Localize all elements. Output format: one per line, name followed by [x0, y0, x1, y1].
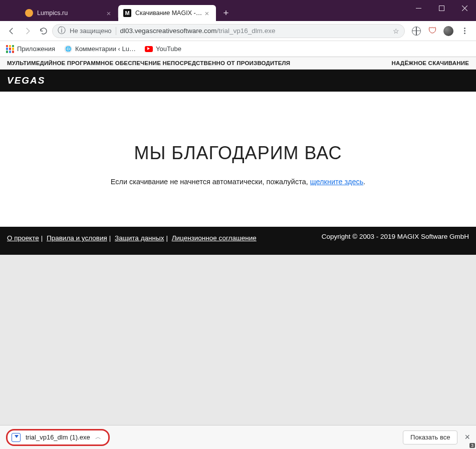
apps-icon	[6, 45, 14, 53]
close-window-button[interactable]	[453, 0, 476, 16]
url-text: dl03.vegascreativesoftware.com/trial_vp1…	[120, 27, 389, 35]
bookmark-label: YouTube	[156, 45, 181, 53]
site-info-button[interactable]: ⓘ	[58, 26, 66, 36]
download-shelf-right: Показать все ×	[403, 430, 470, 444]
period: .	[363, 178, 365, 186]
profile-avatar[interactable]	[441, 24, 456, 39]
favicon-icon	[25, 9, 33, 17]
page-main: МЫ БЛАГОДАРИМ ВАС Если скачивание не нач…	[0, 92, 476, 227]
subtext: Если скачивание не начнется автоматическ…	[111, 178, 310, 186]
apps-label: Приложения	[17, 45, 55, 53]
tab-label: Скачивание MAGIX - Мы благо…	[135, 10, 203, 17]
page-spacer	[0, 255, 476, 425]
close-shelf-icon[interactable]: ×	[464, 432, 470, 442]
titlebar: Lumpics.ru × M Скачивание MAGIX - Мы бла…	[0, 0, 476, 21]
forward-button[interactable]	[20, 24, 35, 39]
footer-link-about[interactable]: О проекте	[7, 234, 39, 242]
minimize-button[interactable]	[407, 0, 430, 16]
favicon-icon: M	[123, 9, 131, 17]
svg-rect-0	[416, 8, 421, 9]
click-here-link[interactable]: щелкните здесь	[310, 178, 364, 186]
page-viewport: МУЛЬТИМЕДИЙНОЕ ПРОГРАММНОЕ ОБЕСПЕЧЕНИЕ Н…	[0, 57, 476, 425]
maximize-button[interactable]	[430, 0, 453, 16]
download-item[interactable]: trial_vp16_dlm (1).exe ︿	[6, 429, 110, 446]
window-controls	[407, 0, 476, 16]
browser-window: Lumpics.ru × M Скачивание MAGIX - Мы бла…	[0, 0, 476, 449]
footer-link-terms[interactable]: Правила и условия	[47, 234, 107, 242]
youtube-icon	[145, 46, 153, 52]
toolbar: ⓘ Не защищено dl03.vegascreativesoftware…	[0, 21, 476, 41]
page-subtext: Если скачивание не начнется автоматическ…	[111, 178, 366, 186]
close-icon[interactable]: ×	[105, 9, 113, 18]
apps-button[interactable]: Приложения	[6, 45, 55, 53]
reload-button[interactable]	[36, 24, 51, 39]
bookmarks-bar: Приложения 🌐 Комментарии ‹ Lu… YouTube	[0, 41, 476, 57]
back-button[interactable]	[4, 24, 19, 39]
address-bar[interactable]: ⓘ Не защищено dl03.vegascreativesoftware…	[52, 24, 405, 38]
close-icon[interactable]: ×	[203, 9, 211, 18]
brand-bar: VEGAS	[0, 70, 476, 92]
globe-icon: 🌐	[64, 45, 72, 53]
extension-badge: 3	[469, 443, 475, 448]
download-filename: trial_vp16_dlm (1).exe	[26, 433, 90, 441]
bookmark-star-icon[interactable]: ☆	[393, 27, 399, 35]
url-host: dl03.vegascreativesoftware.com	[120, 27, 217, 35]
copyright-text: Copyright © 2003 - 2019 MAGIX Software G…	[322, 233, 469, 240]
svg-rect-1	[439, 6, 444, 11]
chevron-up-icon[interactable]: ︿	[95, 433, 101, 441]
bookmark-youtube[interactable]: YouTube	[145, 45, 181, 53]
download-file-icon	[12, 433, 21, 442]
brand-logo: VEGAS	[7, 75, 46, 86]
page-footer: О проекте| Правила и условия| Защита дан…	[0, 227, 476, 255]
strip-left-text: МУЛЬТИМЕДИЙНОЕ ПРОГРАММНОЕ ОБЕСПЕЧЕНИЕ Н…	[7, 60, 290, 66]
page-top-strip: МУЛЬТИМЕДИЙНОЕ ПРОГРАММНОЕ ОБЕСПЕЧЕНИЕ Н…	[0, 57, 476, 70]
translate-extension-icon[interactable]	[409, 24, 424, 39]
tab-magix[interactable]: M Скачивание MAGIX - Мы благо… ×	[118, 5, 216, 21]
tab-lumpics[interactable]: Lumpics.ru ×	[20, 5, 118, 21]
toolbar-right: 🛡 3	[409, 24, 472, 39]
menu-button[interactable]	[457, 24, 472, 39]
new-tab-button[interactable]: +	[219, 6, 233, 20]
security-label: Не защищено	[70, 27, 112, 35]
tab-strip: Lumpics.ru × M Скачивание MAGIX - Мы бла…	[20, 5, 233, 21]
footer-link-license[interactable]: Лицензионное соглашение	[172, 234, 257, 242]
footer-link-privacy[interactable]: Защита данных	[115, 234, 164, 242]
url-path: /trial_vp16_dlm.exe	[216, 27, 275, 35]
download-shelf: trial_vp16_dlm (1).exe ︿ Показать все ×	[0, 425, 476, 449]
bookmark-label: Комментарии ‹ Lu…	[75, 45, 136, 53]
divider	[116, 27, 116, 35]
tab-label: Lumpics.ru	[37, 10, 105, 17]
footer-links: О проекте| Правила и условия| Защита дан…	[7, 233, 257, 244]
show-all-downloads-button[interactable]: Показать все	[403, 430, 457, 444]
adblock-extension-icon[interactable]: 🛡 3	[425, 24, 440, 39]
page-heading: МЫ БЛАГОДАРИМ ВАС	[134, 143, 342, 164]
strip-right-text: НАДЁЖНОЕ СКАЧИВАНИЕ	[391, 60, 469, 66]
bookmark-comments[interactable]: 🌐 Комментарии ‹ Lu…	[64, 45, 136, 53]
